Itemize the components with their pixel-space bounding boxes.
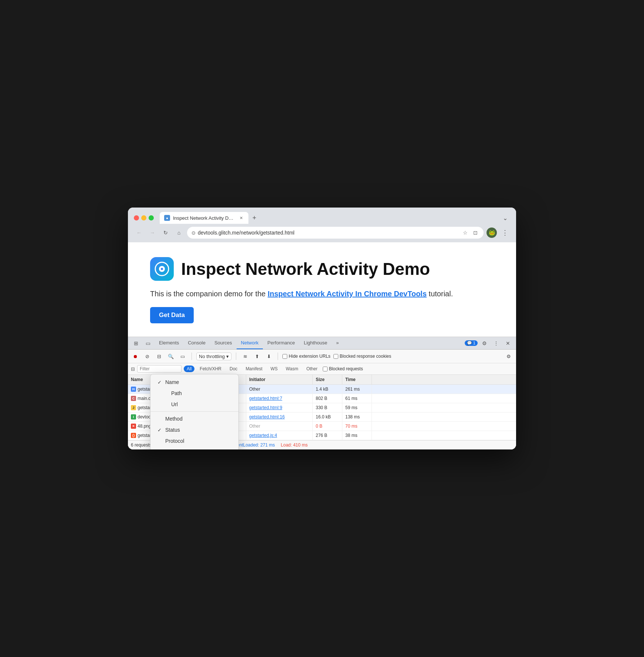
cm-item-scheme[interactable]: Scheme — [150, 447, 238, 449]
filter-bar: ⊟ All Fetch/XHR Doc Manifest WS Wasm Oth… — [128, 363, 516, 375]
initiator-link[interactable]: getstarted.html:7 — [249, 396, 282, 401]
cm-item-name[interactable]: ✓ Name — [150, 377, 238, 388]
cell-time: 61 ms — [342, 394, 372, 403]
tab-performance[interactable]: Performance — [263, 337, 299, 349]
network-toolbar: ⏺ ⊘ ⊟ 🔍 ▭ No throttling ▾ ≋ ⬆ ⬇ Hide ext… — [128, 350, 516, 363]
get-data-button[interactable]: Get Data — [150, 307, 194, 323]
devtools-right-buttons: 💬 1 ⚙ ⋮ ✕ — [465, 338, 513, 348]
address-text: devtools.glitch.me/network/getstarted.ht… — [198, 230, 459, 236]
throttle-selector[interactable]: No throttling ▾ — [196, 353, 231, 360]
js-file-icon: J — [131, 405, 136, 410]
load-time: Load: 410 ms — [281, 442, 308, 448]
toolbar-separator-2 — [236, 353, 236, 360]
inspect-element-button[interactable]: ⊞ — [131, 338, 141, 348]
blocked-requests-label[interactable]: Blocked requests — [323, 366, 363, 371]
cell-time: 70 ms — [342, 422, 372, 431]
filter-chip-other[interactable]: Other — [304, 365, 321, 372]
import-button[interactable]: ⬆ — [252, 352, 261, 361]
tab-lighthouse[interactable]: Lighthouse — [299, 337, 332, 349]
minimize-button[interactable] — [141, 215, 146, 220]
devtools-more-button[interactable]: ⋮ — [491, 338, 501, 348]
tab-network[interactable]: Network — [237, 337, 263, 349]
filter-chip-wasm[interactable]: Wasm — [283, 365, 301, 372]
devtools-link[interactable]: Inspect Network Activity In Chrome DevTo… — [268, 290, 427, 298]
tab-console[interactable]: Console — [183, 337, 210, 349]
console-badge: 💬 1 — [465, 340, 478, 346]
profile-icon[interactable]: 🐸 — [487, 228, 497, 238]
home-button[interactable]: ⌂ — [174, 228, 184, 238]
cell-initiator: Other — [246, 422, 313, 431]
search-button[interactable]: 🔍 — [166, 352, 175, 361]
active-tab[interactable]: ● Inspect Network Activity Dem ✕ — [160, 212, 248, 224]
blocked-response-cookies-checkbox[interactable] — [333, 354, 338, 359]
cm-item-method[interactable]: Method — [150, 413, 238, 424]
filter-chip-all[interactable]: All — [184, 365, 194, 372]
maximize-button[interactable] — [149, 215, 154, 220]
blocked-requests-checkbox[interactable] — [323, 367, 328, 371]
tabs-area: ● Inspect Network Activity Dem ✕ + ⌄ — [160, 212, 510, 224]
cm-item-status[interactable]: ✓ Status — [150, 424, 238, 435]
devtools-settings-button[interactable]: ⚙ — [479, 338, 489, 348]
address-input[interactable]: ⊙ devtools.glitch.me/network/getstarted.… — [187, 227, 484, 239]
tab-favicon: ● — [164, 215, 170, 221]
extension-icon[interactable]: ⊡ — [472, 229, 479, 236]
filter-chip-fetch-xhr[interactable]: Fetch/XHR — [197, 365, 224, 372]
forward-button[interactable]: → — [147, 228, 157, 238]
context-menu: ✓ Name Path Url Method ✓ Status — [150, 374, 239, 449]
new-tab-button[interactable]: + — [249, 213, 260, 223]
blocked-response-cookies-label[interactable]: Blocked response cookies — [333, 354, 391, 359]
initiator-link[interactable]: getstarted.html:16 — [249, 414, 285, 420]
filter-chip-doc[interactable]: Doc — [227, 365, 240, 372]
filter-chip-manifest[interactable]: Manifest — [243, 365, 265, 372]
filter-chip-ws[interactable]: WS — [268, 365, 281, 372]
tab-title: Inspect Network Activity Dem — [173, 215, 235, 221]
cm-item-protocol[interactable]: Protocol — [150, 435, 238, 447]
bookmark-icon[interactable]: ☆ — [461, 229, 469, 236]
more-options-button[interactable]: ⋮ — [500, 228, 510, 238]
cm-item-url[interactable]: Url — [150, 399, 238, 410]
address-bar: ← → ↻ ⌂ ⊙ devtools.glitch.me/network/get… — [128, 224, 516, 242]
cell-size: 276 B — [313, 431, 342, 440]
wifi-icon[interactable]: ≋ — [241, 352, 250, 361]
traffic-lights — [134, 215, 154, 220]
page-content: Inspect Network Activity Demo This is th… — [128, 242, 516, 337]
clear-button[interactable]: ⊘ — [143, 352, 152, 361]
cell-initiator: getstarted.js:4 — [246, 431, 313, 440]
filter-input[interactable] — [137, 365, 182, 373]
devtools-close-button[interactable]: ✕ — [503, 338, 513, 348]
browser-window: ● Inspect Network Activity Dem ✕ + ⌄ ← →… — [128, 208, 516, 449]
close-button[interactable] — [134, 215, 139, 220]
network-settings-button[interactable]: ⚙ — [504, 352, 513, 361]
devtools-panel: ⊞ ▭ Elements Console Sources Network Per… — [128, 337, 516, 449]
title-bar: ● Inspect Network Activity Dem ✕ + ⌄ — [128, 208, 516, 224]
hide-extension-urls-checkbox[interactable] — [282, 354, 287, 359]
toolbar-separator-3 — [278, 353, 278, 360]
tab-elements[interactable]: Elements — [155, 337, 183, 349]
initiator-link[interactable]: getstarted.js:4 — [249, 433, 277, 438]
hide-extension-urls-label[interactable]: Hide extension URLs — [282, 354, 331, 359]
tab-more[interactable]: » — [332, 337, 343, 349]
cm-separator — [150, 411, 238, 412]
col-size: Size — [313, 375, 342, 384]
error-file-icon: ✕ — [131, 424, 136, 429]
tab-overflow-button[interactable]: ⌄ — [500, 213, 510, 223]
screenshot-button[interactable]: ▭ — [178, 352, 187, 361]
record-button[interactable]: ⏺ — [131, 352, 140, 361]
reload-button[interactable]: ↻ — [160, 228, 171, 238]
filter-toggle-button[interactable]: ⊟ — [155, 352, 163, 361]
tab-close-button[interactable]: ✕ — [238, 215, 244, 221]
tab-sources[interactable]: Sources — [210, 337, 237, 349]
cell-size: 330 B — [313, 403, 342, 412]
cell-time: 59 ms — [342, 403, 372, 412]
back-button[interactable]: ← — [134, 228, 144, 238]
toolbar-separator-1 — [191, 353, 192, 360]
cm-item-path[interactable]: Path — [150, 388, 238, 399]
export-button[interactable]: ⬇ — [264, 352, 273, 361]
cell-size: 0 B — [313, 422, 342, 431]
device-toolbar-button[interactable]: ▭ — [143, 338, 153, 348]
logo-icon — [155, 262, 169, 276]
initiator-link[interactable]: getstarted.html:9 — [249, 405, 282, 410]
css-file-icon: C — [131, 396, 136, 401]
throttle-arrow-icon: ▾ — [226, 354, 229, 359]
page-subtitle: This is the companion demo for the Inspe… — [150, 290, 494, 298]
